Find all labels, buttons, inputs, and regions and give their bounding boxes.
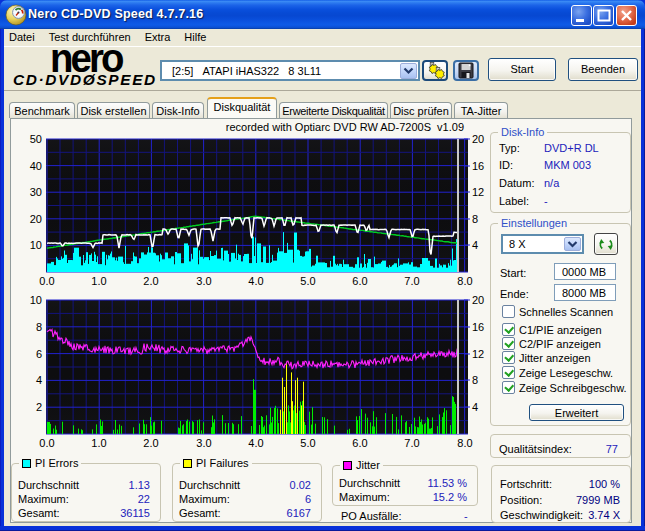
svg-text:4.0: 4.0 [248,275,263,287]
svg-text:8.0: 8.0 [457,275,472,287]
svg-text:5.0: 5.0 [300,275,315,287]
svg-text:2: 2 [36,401,42,413]
svg-text:8: 8 [36,321,42,333]
svg-text:3.0: 3.0 [196,275,211,287]
svg-text:1.0: 1.0 [91,275,106,287]
svg-text:12: 12 [472,186,484,198]
svg-text:0.0: 0.0 [39,437,54,449]
svg-text:6.0: 6.0 [352,437,367,449]
svg-text:recorded with Optiarc DVD RW A: recorded with Optiarc DVD RW AD-7200S v1… [226,121,464,133]
svg-text:2.0: 2.0 [143,437,158,449]
svg-text:20: 20 [30,213,42,225]
svg-text:16: 16 [472,160,484,172]
svg-text:4.0: 4.0 [248,437,263,449]
svg-text:3.0: 3.0 [196,437,211,449]
svg-text:0.0: 0.0 [39,275,54,287]
svg-text:8: 8 [472,213,478,225]
svg-text:12: 12 [472,348,484,360]
svg-text:4: 4 [472,401,478,413]
svg-text:50: 50 [30,133,42,145]
svg-text:7.0: 7.0 [404,275,419,287]
svg-text:2.0: 2.0 [143,275,158,287]
svg-text:4: 4 [36,374,42,386]
svg-text:4: 4 [472,239,478,251]
svg-text:8: 8 [472,374,478,386]
svg-text:16: 16 [472,321,484,333]
svg-text:6.0: 6.0 [352,275,367,287]
svg-text:30: 30 [30,186,42,198]
svg-text:40: 40 [30,160,42,172]
svg-text:20: 20 [472,133,484,145]
svg-text:10: 10 [30,239,42,251]
svg-text:20: 20 [472,294,484,306]
svg-text:1.0: 1.0 [91,437,106,449]
svg-text:5.0: 5.0 [300,437,315,449]
svg-text:7.0: 7.0 [404,437,419,449]
svg-text:6: 6 [36,348,42,360]
svg-text:8.0: 8.0 [457,437,472,449]
svg-text:10: 10 [30,294,42,306]
